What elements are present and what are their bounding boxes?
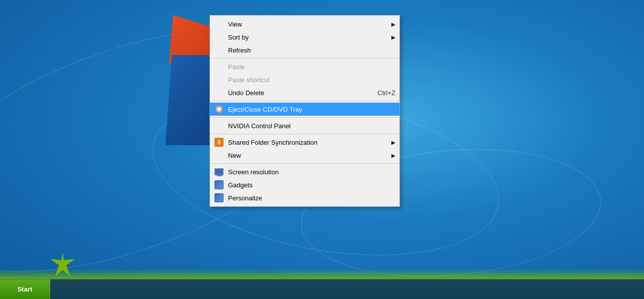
menu-item-paste_shortcut: Paste shortcut [210,73,399,86]
menu-arrow-shared_folder: ▶ [391,140,395,145]
menu-label-paste_shortcut: Paste shortcut [228,76,395,84]
menu-label-nvidia: NVIDIA Control Panel [228,122,395,130]
menu-item-personalize[interactable]: Personalize [210,191,399,204]
menu-label-paste: Paste [228,63,395,71]
menu-icon-personalize [214,193,224,203]
menu-label-shared_folder: Shared Folder Synchronization [228,139,386,146]
taskbar: Start [0,279,644,299]
menu-label-new: New [228,152,386,159]
menu-item-new[interactable]: New▶ [210,149,399,162]
menu-label-gadgets: Gadgets [228,181,395,189]
menu-item-refresh[interactable]: Refresh [210,44,399,57]
menu-separator-sep5 [210,163,399,164]
menu-item-eject[interactable]: Eject/Close CD/DVD Tray [210,103,399,116]
menu-shortcut-undo_delete: Ctrl+Z [377,89,395,97]
menu-icon-shared_folder: S [214,137,224,147]
menu-label-undo_delete: Undo Delete [228,89,367,97]
context-menu: View▶Sort by▶RefreshPastePaste shortcutU… [209,15,400,207]
menu-item-shared_folder[interactable]: SShared Folder Synchronization▶ [210,136,399,149]
menu-arrow-new: ▶ [391,153,395,158]
menu-item-paste: Paste [210,60,399,73]
menu-item-gadgets[interactable]: Gadgets [210,178,399,191]
menu-label-view: View [228,21,386,28]
menu-item-nvidia[interactable]: NVIDIA Control Panel [210,119,399,132]
menu-label-sort_by: Sort by [228,34,386,41]
menu-arrow-sort_by: ▶ [391,35,395,40]
menu-arrow-view: ▶ [391,22,395,27]
start-button[interactable]: Start [0,279,50,299]
menu-label-personalize: Personalize [228,194,395,202]
menu-separator-sep2 [210,101,399,101]
menu-separator-sep3 [210,117,399,118]
menu-item-screen_resolution[interactable]: Screen resolution [210,165,399,178]
menu-label-refresh: Refresh [228,47,395,54]
menu-separator-sep1 [210,58,399,59]
menu-separator-sep4 [210,134,399,134]
menu-item-undo_delete[interactable]: Undo DeleteCtrl+Z [210,86,399,99]
menu-item-view[interactable]: View▶ [210,18,399,31]
menu-item-sort_by[interactable]: Sort by▶ [210,31,399,44]
menu-icon-screen_resolution [214,167,224,177]
menu-label-screen_resolution: Screen resolution [228,168,395,176]
menu-icon-eject [214,104,224,114]
menu-icon-gadgets [214,180,224,190]
menu-label-eject: Eject/Close CD/DVD Tray [228,106,395,113]
